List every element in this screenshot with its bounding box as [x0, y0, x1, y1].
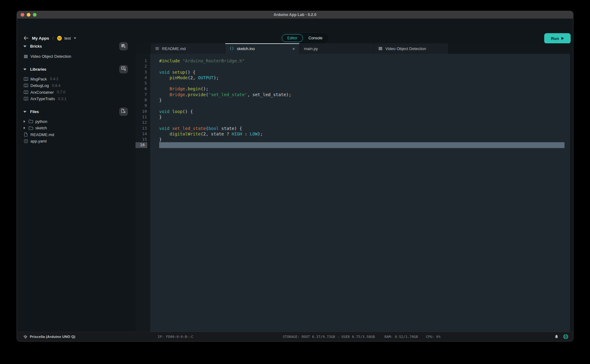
- breadcrumb: My Apps / test: [24, 34, 76, 42]
- code-line-text: Bridge.begin();: [150, 86, 208, 92]
- chevron-down-icon[interactable]: [74, 37, 76, 39]
- sidebar-item-readme-md[interactable]: README.md: [17, 131, 136, 138]
- code-line-3[interactable]: 3void setup() {: [136, 69, 570, 75]
- item-label: MsgPack: [30, 77, 47, 81]
- view-toggle: Editor Console: [281, 32, 329, 44]
- code-line-4[interactable]: 4 pinMode(2, OUTPUT);: [136, 75, 570, 80]
- sidebar-item-app-yaml[interactable]: app.yaml: [17, 138, 136, 145]
- code-editor[interactable]: 1#include "Arduino_RouterBridge.h"23void…: [136, 54, 570, 332]
- add-library-button[interactable]: [119, 65, 128, 73]
- code-line-12[interactable]: 12: [136, 120, 570, 125]
- connected-device[interactable]: Priscella (Arduino UNO Q): [23, 332, 75, 341]
- device-ip: IP: FD00:0:0:B::C: [158, 332, 193, 341]
- tab-label: sketch.ino: [237, 46, 255, 51]
- line-number: 8: [136, 97, 150, 103]
- code-line-text: [150, 64, 159, 69]
- book-icon: [23, 77, 28, 81]
- cpu-usage: CPU: 6%: [426, 332, 441, 341]
- item-label: app.yaml: [30, 139, 47, 143]
- code-line-8[interactable]: 8}: [136, 97, 570, 103]
- book-icon: [23, 90, 28, 94]
- item-label: sketch: [35, 126, 47, 130]
- add-brick-icon: [121, 44, 126, 49]
- yaml-icon: [23, 139, 28, 143]
- collapse-caret-icon[interactable]: [23, 45, 26, 47]
- chevron-right-icon[interactable]: [23, 127, 26, 129]
- add-file-icon: [121, 109, 126, 114]
- tab-editor[interactable]: Editor: [282, 34, 303, 42]
- sidebar-item-arxtypetraits[interactable]: ArxTypeTraits0.3.1: [17, 96, 136, 102]
- editor-tab-sketch-ino[interactable]: ()sketch.ino×: [225, 43, 300, 54]
- network-status-button[interactable]: [563, 332, 568, 341]
- breadcrumb-my-apps[interactable]: My Apps: [32, 36, 49, 41]
- back-button[interactable]: [24, 36, 29, 40]
- breadcrumb-app[interactable]: test: [57, 36, 76, 41]
- line-number: 12: [136, 120, 150, 125]
- editor-tab-readme-md[interactable]: README.md: [151, 43, 225, 54]
- section-label-bricks: Bricks: [30, 44, 42, 49]
- code-line-text: }: [150, 97, 162, 103]
- arrow-left-icon: [24, 36, 29, 40]
- sidebar-item-sketch[interactable]: sketch: [17, 125, 136, 131]
- code-line-text: [147, 142, 156, 148]
- markdown-icon: [155, 47, 159, 50]
- section-label-files: Files: [30, 110, 39, 114]
- line-number: 16: [136, 142, 147, 148]
- code-line-1[interactable]: 1#include "Arduino_RouterBridge.h": [136, 58, 570, 64]
- code-line-10[interactable]: 10void loop() {: [136, 109, 570, 114]
- code-line-text: #include "Arduino_RouterBridge.h": [150, 58, 245, 64]
- sidebar-section-header-bricks: Bricks: [17, 43, 136, 50]
- close-icon[interactable]: ×: [292, 46, 295, 51]
- code-line-15[interactable]: 15}: [136, 137, 570, 142]
- notifications-button[interactable]: [554, 332, 559, 341]
- tab-console[interactable]: Console: [303, 34, 328, 42]
- line-number: 6: [136, 86, 150, 92]
- line-number: 2: [136, 64, 150, 69]
- line-number: 7: [136, 92, 150, 97]
- folder-icon: [28, 119, 33, 123]
- sidebar-item-video-object-detection[interactable]: Video Object Detection: [17, 53, 136, 60]
- code-line-text: void set_led_state(bool state) {: [150, 126, 242, 131]
- code-line-text: pinMode(2, OUTPUT);: [150, 75, 219, 80]
- sidebar-item-msgpack[interactable]: MsgPack0.4.2: [17, 76, 136, 83]
- sidebar-section-libraries: LibrariesMsgPack0.4.2DebugLog0.8.4ArxCon…: [17, 66, 136, 102]
- code-line-16[interactable]: 16: [136, 142, 570, 148]
- sidebar-section-bricks: BricksVideo Object Detection: [17, 43, 136, 60]
- close-window-button[interactable]: [21, 13, 24, 17]
- add-file-button[interactable]: [119, 108, 128, 116]
- tab-label: Video Object Detection: [385, 46, 426, 51]
- collapse-caret-icon[interactable]: [23, 68, 26, 70]
- editor-tab-main-py[interactable]: main.py: [300, 43, 374, 54]
- sidebar-item-python[interactable]: python: [17, 118, 136, 125]
- code-line-2[interactable]: 2: [136, 64, 570, 69]
- item-label: ArxTypeTraits: [30, 96, 55, 101]
- item-version: 0.3.1: [58, 97, 67, 101]
- play-icon: [561, 37, 564, 40]
- collapse-caret-icon[interactable]: [23, 111, 26, 113]
- code-line-6[interactable]: 6 Bridge.begin();: [136, 86, 570, 92]
- code-line-14[interactable]: 14 digitalWrite(2, state ? HIGH : LOW);: [136, 131, 570, 137]
- sidebar-item-debuglog[interactable]: DebugLog0.8.4: [17, 82, 136, 89]
- code-line-13[interactable]: 13void set_led_state(bool state) {: [136, 126, 570, 131]
- code-line-11[interactable]: 11}: [136, 114, 570, 120]
- code-line-5[interactable]: 5: [136, 80, 570, 86]
- add-brick-button[interactable]: [119, 42, 128, 50]
- minimize-window-button[interactable]: [27, 13, 30, 17]
- item-label: Video Object Detection: [30, 54, 71, 59]
- grinning-face-icon: [57, 36, 62, 41]
- ino-icon: (): [230, 46, 234, 51]
- code-line-text: digitalWrite(2, state ? HIGH : LOW);: [150, 131, 263, 137]
- item-label: README.md: [30, 132, 54, 137]
- code-line-7[interactable]: 7 Bridge.provide("set_led_state", set_le…: [136, 92, 570, 97]
- line-number: 3: [136, 69, 150, 75]
- editor-tab-video-object-detection[interactable]: Video Object Detection: [374, 43, 448, 54]
- run-button[interactable]: Run: [544, 33, 571, 44]
- code-line-9[interactable]: 9: [136, 103, 570, 108]
- zoom-window-button[interactable]: [33, 13, 37, 17]
- chevron-right-icon[interactable]: [23, 120, 26, 123]
- sidebar-section-header-files: Files: [17, 108, 136, 115]
- line-number: 14: [136, 131, 150, 137]
- item-version: 0.4.2: [50, 77, 58, 81]
- device-name: Priscella (Arduino UNO Q): [30, 335, 75, 339]
- sidebar-item-arxcontainer[interactable]: ArxContainer0.7.0: [17, 89, 136, 96]
